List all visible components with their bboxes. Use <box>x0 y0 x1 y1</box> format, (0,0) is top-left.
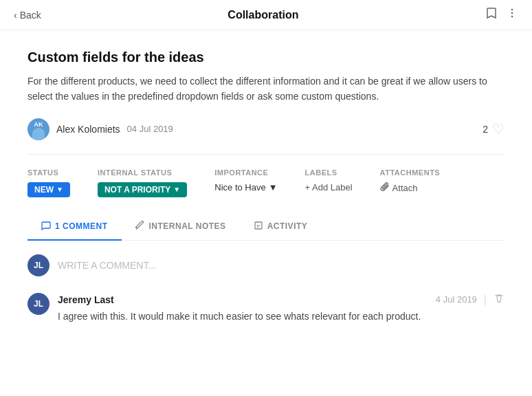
importance-field: IMPORTANCE Nice to Have ▼ <box>214 168 277 192</box>
comment-tab-icon <box>41 221 51 232</box>
author-row: Alex Kolomiets 04 Jul 2019 2 ♡ <box>27 118 505 140</box>
author-info: Alex Kolomiets 04 Jul 2019 <box>27 118 173 140</box>
like-section: 2 ♡ <box>483 121 505 138</box>
internal-status-badge[interactable]: NOT A PRIORITY ▼ <box>98 182 187 197</box>
back-button[interactable]: ‹ Back <box>14 10 41 21</box>
comment-author-avatar: JL <box>27 293 49 315</box>
internal-status-chevron-icon: ▼ <box>173 186 180 193</box>
attachments-field: ATTACHMENTS Attach <box>380 168 441 194</box>
add-label-button[interactable]: + Add Label <box>305 182 353 192</box>
back-label: Back <box>20 10 41 21</box>
importance-label: IMPORTANCE <box>214 168 277 177</box>
comment-date: 4 Jul 2019 <box>436 294 477 305</box>
bookmark-icon[interactable] <box>485 7 498 23</box>
tab-internal-notes[interactable]: INTERNAL NOTES <box>122 214 240 241</box>
attach-button[interactable]: Attach <box>380 182 441 194</box>
idea-title: Custom fields for the ideas <box>27 50 505 65</box>
header: ‹ Back Collaboration <box>0 0 532 30</box>
svg-point-1 <box>511 12 513 14</box>
importance-value: Nice to Have <box>214 182 265 192</box>
internal-status-value: NOT A PRIORITY <box>104 185 170 195</box>
status-field: STATUS NEW ▼ <box>27 168 70 197</box>
tab-comments-label: 1 COMMENT <box>55 221 108 231</box>
labels-label: LABELS <box>305 168 353 177</box>
internal-status-label: INTERNAL STATUS <box>98 168 187 177</box>
delete-comment-icon[interactable] <box>494 293 505 307</box>
paperclip-icon <box>380 182 390 194</box>
tabs: 1 COMMENT INTERNAL NOTES ACTIVITY <box>27 214 505 241</box>
status-label: STATUS <box>27 168 70 177</box>
labels-field: LABELS + Add Label <box>305 168 353 192</box>
comment-input[interactable]: WRITE A COMMENT... <box>58 260 505 271</box>
avatar <box>27 118 49 140</box>
current-user-avatar: JL <box>27 254 49 276</box>
comment-meta: 4 Jul 2019 | <box>436 293 505 307</box>
heart-icon[interactable]: ♡ <box>492 121 505 138</box>
activity-tab-icon <box>254 221 263 232</box>
comment-separator: | <box>484 294 487 306</box>
comment-input-row: JL WRITE A COMMENT... <box>27 254 505 276</box>
comment-author-name: Jeremy Last <box>58 294 114 305</box>
internal-status-field: INTERNAL STATUS NOT A PRIORITY ▼ <box>98 168 187 197</box>
author-date: 04 Jul 2019 <box>127 124 173 134</box>
status-chevron-icon: ▼ <box>56 186 63 193</box>
header-actions <box>485 7 518 23</box>
notes-tab-icon <box>135 221 145 232</box>
comment-header: Jeremy Last 4 Jul 2019 | <box>58 293 505 307</box>
attach-label: Attach <box>392 183 418 193</box>
divider <box>27 154 505 155</box>
comment-body: Jeremy Last 4 Jul 2019 | I agree with th… <box>58 293 505 324</box>
importance-select[interactable]: Nice to Have ▼ <box>214 182 277 192</box>
fields-row: STATUS NEW ▼ INTERNAL STATUS NOT A PRIOR… <box>27 168 505 197</box>
like-count: 2 <box>483 124 488 135</box>
back-chevron-icon: ‹ <box>14 10 17 21</box>
status-badge[interactable]: NEW ▼ <box>27 182 70 197</box>
comment-text: I agree with this. It would make it much… <box>58 309 505 324</box>
attachments-label: ATTACHMENTS <box>380 168 441 177</box>
comment-entry: JL Jeremy Last 4 Jul 2019 | I agree with… <box>27 293 505 324</box>
svg-point-0 <box>511 9 513 11</box>
importance-chevron-icon: ▼ <box>269 182 278 192</box>
add-label-text: + Add Label <box>305 182 353 192</box>
author-name: Alex Kolomiets <box>56 124 120 135</box>
tab-activity[interactable]: ACTIVITY <box>240 214 322 241</box>
tab-internal-notes-label: INTERNAL NOTES <box>149 221 226 231</box>
svg-point-2 <box>511 16 513 18</box>
tab-comments[interactable]: 1 COMMENT <box>27 214 122 241</box>
tab-activity-label: ACTIVITY <box>267 221 308 231</box>
idea-description: For the different products, we need to c… <box>27 74 495 104</box>
status-value: NEW <box>34 185 54 195</box>
comment-author-initials: JL <box>34 299 43 309</box>
page-title: Collaboration <box>228 9 298 21</box>
current-user-initials: JL <box>34 261 43 270</box>
main-content: Custom fields for the ideas For the diff… <box>0 30 532 338</box>
more-options-icon[interactable] <box>506 7 518 23</box>
